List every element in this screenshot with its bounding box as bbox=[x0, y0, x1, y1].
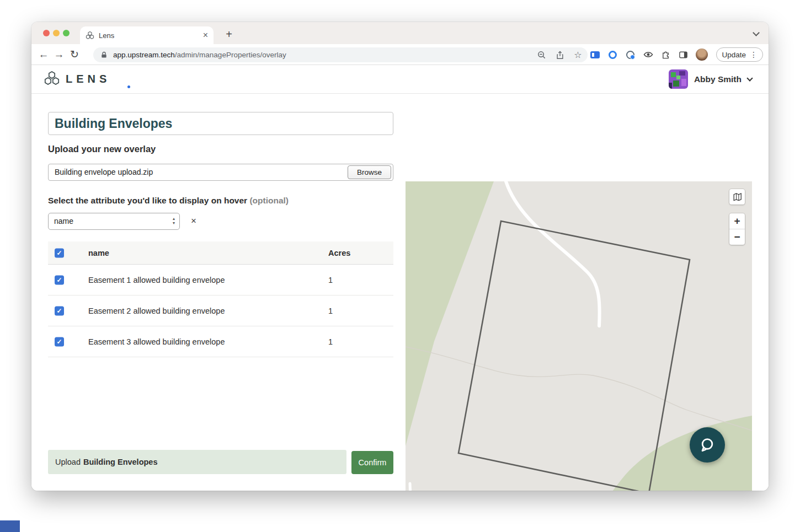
map-style-button[interactable] bbox=[729, 189, 745, 205]
badge-circle-extension-icon[interactable] bbox=[625, 50, 636, 60]
back-button[interactable]: ← bbox=[36, 47, 51, 62]
browser-window: Lens × + ← → ↻ app.upstream.tech/admin/m… bbox=[31, 22, 769, 491]
user-menu[interactable]: Abby Smith bbox=[669, 69, 752, 89]
chat-launcher-button[interactable] bbox=[690, 427, 725, 463]
new-tab-button[interactable]: + bbox=[221, 26, 237, 42]
row-acres: 1 bbox=[328, 337, 333, 346]
map-zoom-control: + − bbox=[729, 213, 745, 245]
row-acres: 1 bbox=[328, 276, 333, 284]
row-acres: 1 bbox=[328, 307, 333, 315]
row-name: Easement 1 allowed building envelope bbox=[88, 276, 225, 284]
table-row: ✓ Easement 1 allowed building envelope 1 bbox=[48, 265, 393, 295]
attribute-select-value: name bbox=[54, 213, 73, 229]
table-header-row: ✓ name Acres bbox=[48, 241, 393, 265]
user-avatar bbox=[669, 69, 688, 89]
brand-name: LENS bbox=[66, 73, 110, 85]
reload-button[interactable]: ↻ bbox=[67, 47, 82, 62]
chat-bubble-icon bbox=[698, 436, 716, 454]
address-bar[interactable]: app.upstream.tech/admin/manageProperties… bbox=[93, 47, 588, 62]
url-path: /admin/manageProperties/overlay bbox=[175, 51, 286, 59]
update-button[interactable]: Update ⋮ bbox=[716, 47, 763, 62]
table-row: ✓ Easement 3 allowed building envelope 1 bbox=[48, 326, 393, 357]
page-content: Upload your new overlay Building envelop… bbox=[31, 94, 769, 491]
presence-dot bbox=[126, 84, 131, 89]
tab-strip: Lens × + bbox=[31, 22, 769, 44]
extensions-area: Update ⋮ bbox=[590, 44, 769, 65]
row-checkbox[interactable]: ✓ bbox=[55, 306, 64, 315]
bookmark-star-icon[interactable]: ☆ bbox=[573, 50, 583, 60]
url-text: app.upstream.tech/admin/manageProperties… bbox=[113, 51, 286, 59]
forward-button[interactable]: → bbox=[51, 47, 67, 62]
row-name: Easement 2 allowed building envelope bbox=[88, 307, 225, 315]
browser-profile-avatar[interactable] bbox=[696, 49, 708, 61]
background-window-fragment bbox=[0, 520, 20, 532]
select-stepper-icon: ▴▾ bbox=[173, 217, 175, 225]
tab-close-icon[interactable]: × bbox=[203, 31, 208, 40]
lens-hexagons-icon bbox=[43, 71, 61, 87]
browse-button[interactable]: Browse bbox=[348, 165, 391, 179]
close-window-button[interactable] bbox=[43, 30, 50, 36]
upload-summary-bar: Upload Building Envelopes bbox=[48, 450, 346, 474]
share-icon[interactable] bbox=[554, 50, 565, 60]
app-header: LENS Abby Smith bbox=[31, 65, 769, 94]
tab-title: Lens bbox=[99, 31, 203, 40]
user-name: Abby Smith bbox=[694, 74, 742, 84]
clear-attribute-button[interactable]: × bbox=[188, 215, 200, 227]
row-checkbox[interactable]: ✓ bbox=[55, 275, 64, 284]
column-header-name: name bbox=[88, 249, 109, 257]
lens-logo[interactable]: LENS bbox=[43, 71, 110, 87]
attribute-select[interactable]: name ▴▾ bbox=[48, 213, 180, 230]
file-input[interactable]: Building envelope upload.zip Browse bbox=[48, 164, 393, 181]
url-domain: app.upstream.tech bbox=[113, 51, 175, 59]
folded-map-icon bbox=[732, 192, 743, 202]
zoom-in-button[interactable]: + bbox=[729, 213, 745, 229]
minimize-window-button[interactable] bbox=[53, 30, 60, 36]
eye-icon[interactable] bbox=[643, 50, 653, 60]
column-header-acres: Acres bbox=[328, 249, 350, 257]
map-road bbox=[410, 483, 411, 491]
zoom-out-page-icon[interactable] bbox=[536, 50, 547, 60]
upload-target: Building Envelopes bbox=[83, 458, 158, 466]
file-name: Building envelope upload.zip bbox=[55, 164, 153, 180]
overlay-features-table: ✓ name Acres ✓ Easement 1 allowed buildi… bbox=[48, 241, 393, 357]
zoom-window-button[interactable] bbox=[63, 30, 70, 36]
confirm-button[interactable]: Confirm bbox=[351, 451, 393, 474]
puzzle-icon[interactable] bbox=[660, 50, 671, 60]
blue-ring-extension-icon[interactable] bbox=[607, 50, 618, 60]
attribute-heading: Select the attribute you'd like to displ… bbox=[48, 196, 289, 206]
tab-lens[interactable]: Lens × bbox=[80, 26, 214, 44]
upload-heading: Upload your new overlay bbox=[48, 144, 156, 154]
chevron-down-icon bbox=[746, 75, 753, 81]
update-label: Update bbox=[722, 51, 746, 59]
attribute-optional-label: (optional) bbox=[249, 196, 289, 205]
browser-menu-kebab-icon[interactable]: ⋮ bbox=[750, 50, 758, 59]
tab-search-chevron-icon[interactable] bbox=[753, 29, 760, 36]
overlay-title-input[interactable] bbox=[48, 112, 393, 135]
zoom-out-button[interactable]: − bbox=[729, 229, 745, 245]
upload-prefix: Upload bbox=[55, 458, 81, 466]
lens-favicon-icon bbox=[86, 31, 94, 40]
row-checkbox[interactable]: ✓ bbox=[55, 337, 64, 346]
flag-extension-icon[interactable] bbox=[590, 50, 600, 60]
lock-icon[interactable] bbox=[99, 50, 109, 60]
row-name: Easement 3 allowed building envelope bbox=[88, 337, 225, 346]
desktop: Lens × + ← → ↻ app.upstream.tech/admin/m… bbox=[0, 0, 800, 532]
table-row: ✓ Easement 2 allowed building envelope 1 bbox=[48, 295, 393, 326]
side-panel-icon[interactable] bbox=[678, 50, 689, 60]
browser-toolbar: ← → ↻ app.upstream.tech/admin/manageProp… bbox=[31, 44, 769, 65]
select-all-checkbox[interactable]: ✓ bbox=[55, 248, 64, 257]
